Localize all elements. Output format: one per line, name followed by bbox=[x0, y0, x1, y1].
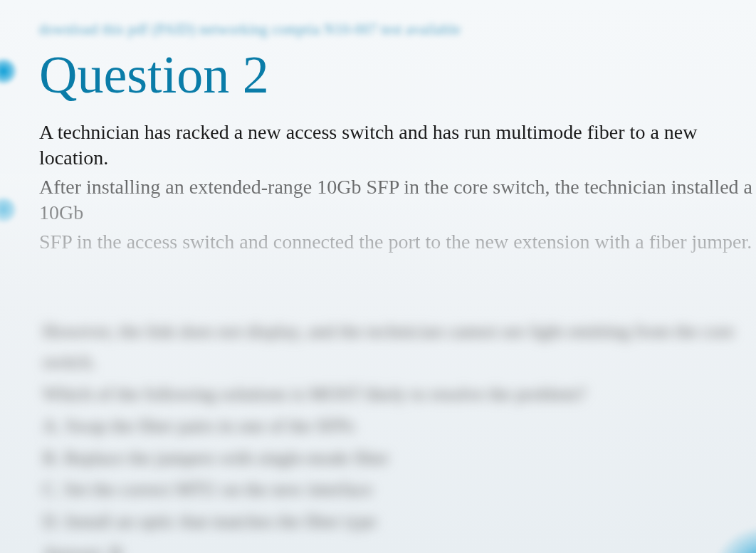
blurred-line-4: B. Replace the jumpers with single-mode … bbox=[43, 443, 756, 474]
blurred-header-link: download this pdf (PAID) networking comp… bbox=[39, 21, 756, 38]
decoration-bottom-right bbox=[713, 525, 756, 553]
blurred-overlay: However, the link does not display, and … bbox=[0, 174, 756, 553]
blurred-line-3: A. Swap the fiber pairs in one of the SF… bbox=[43, 411, 756, 442]
blurred-line-2: Which of the following solutions is MOST… bbox=[43, 379, 756, 410]
blurred-line-5: C. Set the correct MTU on the new interf… bbox=[43, 475, 756, 505]
decoration-left-top bbox=[0, 57, 18, 85]
blurred-content: However, the link does not display, and … bbox=[43, 317, 756, 553]
blurred-line-1: However, the link does not display, and … bbox=[43, 317, 756, 378]
question-line-1: A technician has racked a new access swi… bbox=[39, 120, 756, 172]
document-page: download this pdf (PAID) networking comp… bbox=[0, 0, 756, 553]
blurred-line-6: D. Install an optic that matches the fib… bbox=[43, 507, 756, 537]
question-title: Question 2 bbox=[39, 45, 756, 105]
blurred-line-7: Answer: B bbox=[43, 539, 756, 553]
